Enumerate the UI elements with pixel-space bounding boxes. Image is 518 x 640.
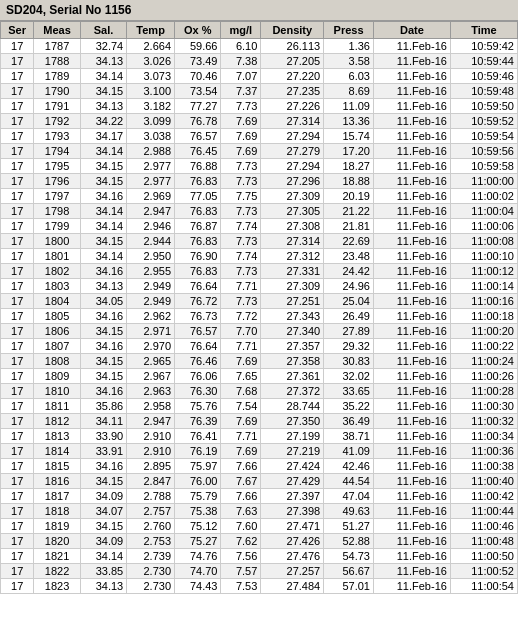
cell-r8-c3: 2.977 [127, 159, 175, 174]
cell-r0-c4: 59.66 [175, 39, 221, 54]
col-header-ser: Ser [1, 22, 34, 39]
cell-r24-c7: 35.22 [324, 399, 374, 414]
cell-r7-c8: 11.Feb-16 [373, 144, 450, 159]
cell-r30-c8: 11.Feb-16 [373, 489, 450, 504]
cell-r23-c8: 11.Feb-16 [373, 384, 450, 399]
cell-r30-c4: 75.79 [175, 489, 221, 504]
cell-r26-c3: 2.910 [127, 429, 175, 444]
cell-r27-c8: 11.Feb-16 [373, 444, 450, 459]
cell-r2-c8: 11.Feb-16 [373, 69, 450, 84]
table-row: 17182134.142.73974.767.5627.47654.7311.F… [1, 549, 518, 564]
cell-r7-c3: 2.988 [127, 144, 175, 159]
cell-r21-c2: 34.15 [80, 354, 126, 369]
cell-r4-c9: 10:59:50 [450, 99, 517, 114]
cell-r23-c5: 7.68 [221, 384, 261, 399]
cell-r10-c2: 34.16 [80, 189, 126, 204]
cell-r7-c5: 7.69 [221, 144, 261, 159]
table-row: 17181534.162.89575.977.6627.42442.4611.F… [1, 459, 518, 474]
cell-r13-c6: 27.314 [261, 234, 324, 249]
cell-r35-c1: 1822 [34, 564, 80, 579]
cell-r32-c7: 51.27 [324, 519, 374, 534]
cell-r30-c6: 27.397 [261, 489, 324, 504]
cell-r5-c9: 10:59:52 [450, 114, 517, 129]
cell-r3-c3: 3.100 [127, 84, 175, 99]
cell-r14-c5: 7.74 [221, 249, 261, 264]
cell-r12-c7: 21.81 [324, 219, 374, 234]
cell-r29-c6: 27.429 [261, 474, 324, 489]
cell-r28-c1: 1815 [34, 459, 80, 474]
cell-r19-c3: 2.971 [127, 324, 175, 339]
cell-r2-c7: 6.03 [324, 69, 374, 84]
cell-r16-c5: 7.71 [221, 279, 261, 294]
table-row: 17179434.142.98876.457.6927.27917.2011.F… [1, 144, 518, 159]
cell-r15-c4: 76.83 [175, 264, 221, 279]
cell-r16-c6: 27.309 [261, 279, 324, 294]
cell-r18-c0: 17 [1, 309, 34, 324]
table-row: 17179834.142.94776.837.7327.30521.2211.F… [1, 204, 518, 219]
cell-r4-c5: 7.73 [221, 99, 261, 114]
cell-r14-c8: 11.Feb-16 [373, 249, 450, 264]
cell-r18-c3: 2.962 [127, 309, 175, 324]
cell-r28-c2: 34.16 [80, 459, 126, 474]
cell-r21-c4: 76.46 [175, 354, 221, 369]
cell-r28-c5: 7.66 [221, 459, 261, 474]
cell-r34-c4: 74.76 [175, 549, 221, 564]
cell-r16-c0: 17 [1, 279, 34, 294]
cell-r4-c7: 11.09 [324, 99, 374, 114]
cell-r28-c6: 27.424 [261, 459, 324, 474]
cell-r13-c0: 17 [1, 234, 34, 249]
cell-r4-c1: 1791 [34, 99, 80, 114]
cell-r32-c0: 17 [1, 519, 34, 534]
cell-r33-c7: 52.88 [324, 534, 374, 549]
cell-r4-c4: 77.27 [175, 99, 221, 114]
table-row: 17179034.153.10073.547.3727.2358.6911.Fe… [1, 84, 518, 99]
cell-r15-c3: 2.955 [127, 264, 175, 279]
cell-r25-c3: 2.947 [127, 414, 175, 429]
cell-r13-c3: 2.944 [127, 234, 175, 249]
cell-r27-c1: 1814 [34, 444, 80, 459]
title-bar: SD204, Serial No 1156 [0, 0, 518, 21]
table-row: 17181634.152.84776.007.6727.42944.5411.F… [1, 474, 518, 489]
cell-r13-c2: 34.15 [80, 234, 126, 249]
table-body: 17178732.742.66459.666.1026.1131.3611.Fe… [1, 39, 518, 594]
cell-r18-c8: 11.Feb-16 [373, 309, 450, 324]
cell-r36-c6: 27.484 [261, 579, 324, 594]
cell-r22-c0: 17 [1, 369, 34, 384]
cell-r32-c9: 11:00:46 [450, 519, 517, 534]
cell-r26-c0: 17 [1, 429, 34, 444]
cell-r18-c4: 76.73 [175, 309, 221, 324]
cell-r11-c8: 11.Feb-16 [373, 204, 450, 219]
cell-r18-c6: 27.343 [261, 309, 324, 324]
cell-r23-c9: 11:00:28 [450, 384, 517, 399]
cell-r7-c9: 10:59:56 [450, 144, 517, 159]
cell-r26-c2: 33.90 [80, 429, 126, 444]
cell-r5-c2: 34.22 [80, 114, 126, 129]
cell-r31-c7: 49.63 [324, 504, 374, 519]
cell-r3-c9: 10:59:48 [450, 84, 517, 99]
cell-r36-c5: 7.53 [221, 579, 261, 594]
cell-r33-c2: 34.09 [80, 534, 126, 549]
cell-r33-c9: 11:00:48 [450, 534, 517, 549]
cell-r20-c2: 34.16 [80, 339, 126, 354]
cell-r19-c9: 11:00:20 [450, 324, 517, 339]
cell-r9-c6: 27.296 [261, 174, 324, 189]
cell-r16-c7: 24.96 [324, 279, 374, 294]
cell-r18-c2: 34.16 [80, 309, 126, 324]
cell-r17-c7: 25.04 [324, 294, 374, 309]
cell-r14-c4: 76.90 [175, 249, 221, 264]
cell-r1-c4: 73.49 [175, 54, 221, 69]
title-text: SD204, Serial No 1156 [6, 3, 131, 17]
cell-r3-c6: 27.235 [261, 84, 324, 99]
cell-r29-c0: 17 [1, 474, 34, 489]
table-row: 17180934.152.96776.067.6527.36132.0211.F… [1, 369, 518, 384]
table-row: 17181034.162.96376.307.6827.37233.6511.F… [1, 384, 518, 399]
cell-r15-c7: 24.42 [324, 264, 374, 279]
cell-r15-c8: 11.Feb-16 [373, 264, 450, 279]
cell-r25-c0: 17 [1, 414, 34, 429]
cell-r0-c9: 10:59:42 [450, 39, 517, 54]
col-header-sal: Sal. [80, 22, 126, 39]
cell-r12-c1: 1799 [34, 219, 80, 234]
cell-r28-c3: 2.895 [127, 459, 175, 474]
cell-r26-c1: 1813 [34, 429, 80, 444]
cell-r1-c5: 7.38 [221, 54, 261, 69]
